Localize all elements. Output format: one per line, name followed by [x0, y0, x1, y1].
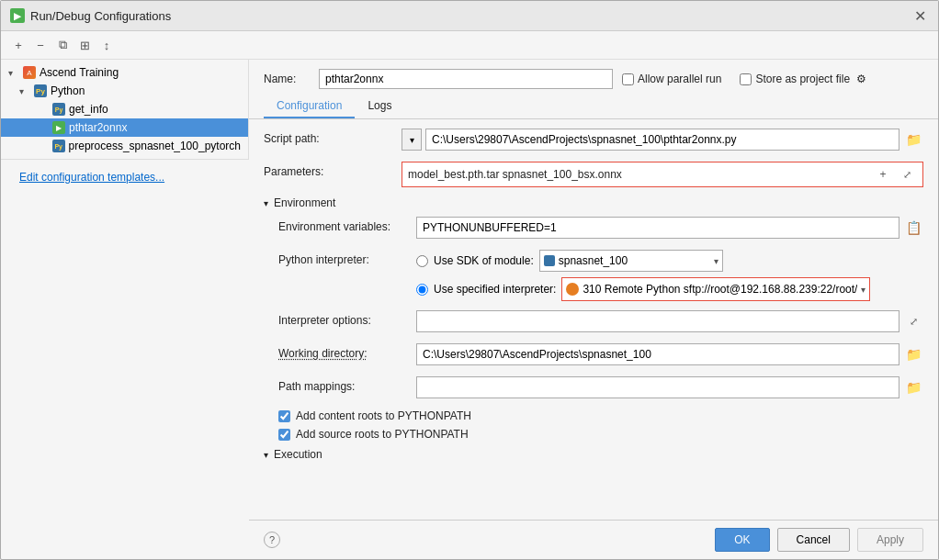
- parallel-run-label: Allow parallel run: [622, 73, 721, 85]
- left-panel: ▾ A Ascend Training ▾ Py Python ▾ Py get…: [1, 60, 249, 159]
- get-info-label: get_info: [69, 103, 108, 116]
- params-fullscreen-icon[interactable]: ⤢: [897, 164, 917, 185]
- add-content-roots-checkbox[interactable]: [278, 410, 290, 422]
- name-row: Name: Allow parallel run Store as projec…: [249, 60, 938, 95]
- path-mappings-input[interactable]: [416, 376, 899, 398]
- interp-options-field: ⤢: [416, 310, 923, 332]
- sdk-radio[interactable]: [416, 255, 428, 267]
- store-project-label: Store as project file ⚙: [740, 73, 866, 85]
- dialog-icon: ▶: [10, 8, 25, 23]
- expand-arrow: ▾: [8, 68, 19, 78]
- execution-section-header: ▾ Execution: [264, 448, 923, 461]
- specified-interp-radio[interactable]: [416, 284, 428, 296]
- tab-logs[interactable]: Logs: [355, 95, 404, 118]
- add-button[interactable]: +: [8, 35, 28, 55]
- python-arrow: ▾: [19, 86, 30, 96]
- run-debug-dialog: ▶ Run/Debug Configurations ✕ + − ⧉ ⊞ ↕ ▾…: [0, 0, 939, 560]
- path-mappings-row: Path mappings: 📁: [264, 376, 923, 400]
- ascend-icon: A: [23, 66, 36, 79]
- main-content: ▾ A Ascend Training ▾ Py Python ▾ Py get…: [1, 60, 938, 559]
- sdk-dropdown-arrow: ▾: [714, 256, 718, 266]
- interp-options-label: Interpreter options:: [278, 310, 416, 327]
- specified-interp-radio-row: Use specified interpreter: 310 Remote Py…: [416, 277, 870, 301]
- environment-section-arrow[interactable]: ▾: [264, 198, 268, 208]
- add-source-roots-row: Add source roots to PYTHONPATH: [264, 428, 923, 441]
- group-button[interactable]: ⊞: [74, 35, 95, 55]
- parameters-value: model_best.pth.tar spnasnet_100_bsx.onnx: [408, 168, 869, 181]
- copy-button[interactable]: ⧉: [52, 35, 73, 55]
- python-interp-row: Python interpreter: Use SDK of module: s…: [264, 250, 923, 301]
- working-dir-field: 📁: [416, 343, 923, 365]
- apply-button[interactable]: Apply: [857, 528, 923, 552]
- tree-item-python[interactable]: ▾ Py Python: [1, 82, 248, 100]
- help-button[interactable]: ?: [264, 532, 280, 548]
- ascend-label: Ascend Training: [40, 66, 119, 79]
- script-path-label: Script path:: [264, 129, 402, 145]
- script-path-browse-icon[interactable]: 📁: [903, 129, 923, 150]
- tree-item-ascend[interactable]: ▾ A Ascend Training: [1, 63, 248, 82]
- script-dropdown-btn[interactable]: ▾: [402, 129, 422, 151]
- add-content-roots-label: Add content roots to PYTHONPATH: [296, 409, 471, 422]
- allow-parallel-checkbox[interactable]: [622, 73, 634, 85]
- sort-button[interactable]: ↕: [96, 35, 117, 55]
- tree-item-get-info[interactable]: ▾ Py get_info: [1, 100, 248, 118]
- name-input[interactable]: [319, 69, 613, 89]
- tree-item-preprocess[interactable]: ▾ Py preprocess_spnasnet_100_pytorch: [1, 137, 248, 155]
- toolbar: + − ⧉ ⊞ ↕: [1, 31, 938, 60]
- store-project-gear-icon: ⚙: [856, 73, 866, 85]
- preprocess-label: preprocess_spnasnet_100_pytorch: [69, 140, 241, 152]
- execution-section-arrow[interactable]: ▾: [264, 450, 268, 460]
- working-dir-input[interactable]: [416, 343, 899, 365]
- python-interp-label: Python interpreter:: [278, 250, 416, 266]
- specified-interp-label: Use specified interpreter:: [434, 283, 556, 296]
- params-expand-icon[interactable]: +: [873, 164, 893, 185]
- bottom-left: Edit configuration templates...: [1, 159, 249, 195]
- edit-config-link[interactable]: Edit configuration templates...: [10, 165, 240, 189]
- interpreter-radio-group: Use SDK of module: spnasnet_100 ▾ Use sp…: [416, 250, 870, 301]
- interpreter-dropdown-arrow: ▾: [861, 285, 865, 295]
- path-mappings-browse-icon[interactable]: 📁: [903, 377, 923, 398]
- bottom-bar: ? OK Cancel Apply: [249, 520, 938, 559]
- file-py-icon-1: Py: [52, 103, 65, 116]
- interpreter-icon: [566, 283, 579, 296]
- script-path-input[interactable]: [425, 129, 899, 151]
- environment-section-label: Environment: [274, 196, 335, 209]
- name-field-label: Name:: [264, 73, 310, 85]
- run-icon: ▶: [52, 121, 65, 134]
- env-vars-input[interactable]: [416, 217, 899, 239]
- sdk-dropdown[interactable]: spnasnet_100 ▾: [539, 250, 723, 272]
- working-dir-label: Working directory:: [278, 343, 416, 360]
- sdk-text: spnasnet_100: [559, 254, 710, 267]
- cancel-button[interactable]: Cancel: [777, 528, 850, 552]
- title-bar-left: ▶ Run/Debug Configurations: [10, 8, 171, 23]
- close-button[interactable]: ✕: [911, 6, 929, 25]
- env-vars-label: Environment variables:: [278, 217, 416, 233]
- file-py-icon-2: Py: [52, 140, 65, 152]
- env-vars-row: Environment variables: 📋: [264, 217, 923, 241]
- tabs-row: Configuration Logs: [249, 95, 938, 119]
- working-dir-browse-icon[interactable]: 📁: [903, 344, 923, 364]
- left-panel-wrapper: ▾ A Ascend Training ▾ Py Python ▾ Py get…: [1, 60, 249, 559]
- parameters-field: model_best.pth.tar spnasnet_100_bsx.onnx…: [402, 162, 923, 187]
- add-source-roots-label: Add source roots to PYTHONPATH: [296, 428, 469, 441]
- interp-options-input[interactable]: [416, 310, 899, 332]
- ok-button[interactable]: OK: [715, 528, 769, 552]
- add-source-roots-checkbox[interactable]: [278, 429, 290, 441]
- store-project-checkbox[interactable]: [740, 73, 752, 85]
- tab-configuration[interactable]: Configuration: [264, 95, 355, 118]
- interpreter-dropdown[interactable]: 310 Remote Python sftp://root@192.168.88…: [561, 277, 870, 301]
- dialog-title: Run/Debug Configurations: [30, 9, 171, 23]
- python-label: Python: [51, 84, 85, 97]
- path-mappings-field: 📁: [416, 376, 923, 398]
- parameters-wrapper: model_best.pth.tar spnasnet_100_bsx.onnx…: [402, 162, 923, 187]
- script-path-field: ▾ 📁: [402, 129, 923, 151]
- script-path-row: Script path: ▾ 📁: [264, 129, 923, 152]
- add-content-roots-row: Add content roots to PYTHONPATH: [264, 409, 923, 422]
- tree-item-pthtar2onnx[interactable]: ▾ ▶ pthtar2onnx: [1, 118, 248, 137]
- interp-options-expand-icon[interactable]: ⤢: [903, 311, 923, 331]
- working-dir-row: Working directory: 📁: [264, 343, 923, 367]
- remove-button[interactable]: −: [30, 35, 51, 55]
- env-vars-browse-icon[interactable]: 📋: [903, 218, 923, 238]
- interpreter-text: 310 Remote Python sftp://root@192.168.88…: [583, 283, 857, 296]
- environment-section-header: ▾ Environment: [264, 196, 923, 209]
